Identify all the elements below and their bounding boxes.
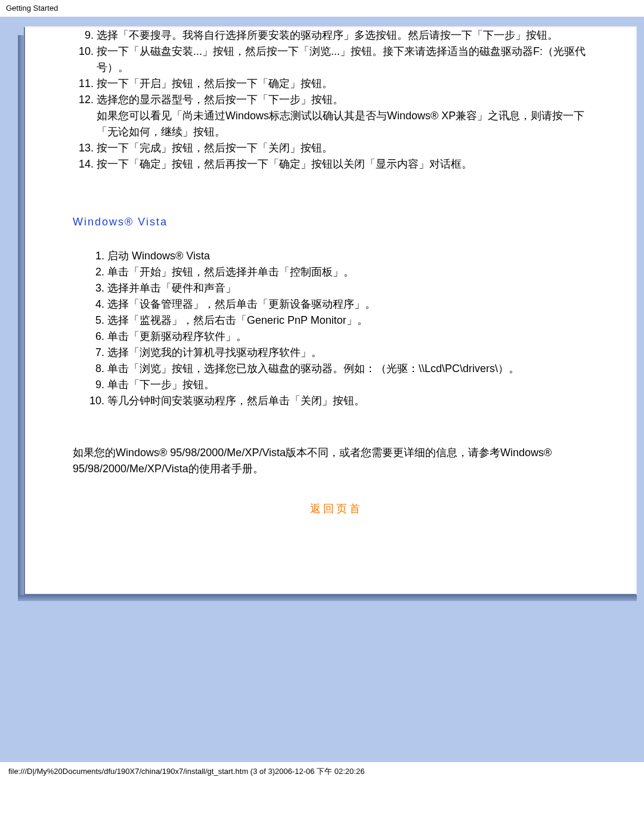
reference-note: 如果您的Windows® 95/98/2000/Me/XP/Vista版本不同，… — [73, 445, 600, 477]
list-item: 按一下「开启」按钮，然后按一下「确定」按钮。 — [97, 76, 600, 92]
step-text: 选择「不要搜寻。我将自行选择所要安装的驱动程序」多选按钮。然后请按一下「下一步」… — [97, 29, 558, 41]
page-background: 选择「不要搜寻。我将自行选择所要安装的驱动程序」多选按钮。然后请按一下「下一步」… — [0, 17, 644, 762]
list-item: 选择「不要搜寻。我将自行选择所要安装的驱动程序」多选按钮。然后请按一下「下一步」… — [97, 27, 600, 44]
step-text: 选择「监视器」，然后右击「Generic PnP Monitor」。 — [107, 314, 368, 326]
step-text: 如果您可以看见「尚未通过Windows标志测试以确认其是否与Windows® X… — [97, 110, 584, 138]
step-text: 等几分钟时间安装驱动程序，然后单击「关闭」按钮。 — [107, 395, 365, 407]
vista-steps-list: 启动 Windows® Vista 单击「开始」按钮，然后选择并单击「控制面板」… — [73, 248, 600, 409]
step-text: 单击「浏览」按钮，选择您已放入磁盘的驱动器。例如：（光驱：\\Lcd\PC\dr… — [107, 363, 519, 374]
list-item: 单击「下一步」按钮。 — [107, 377, 600, 393]
file-path-footer: file:///D|/My%20Documents/dfu/190X7/chin… — [0, 762, 644, 781]
step-text: 选择并单击「硬件和声音」 — [107, 282, 236, 294]
list-item: 单击「开始」按钮，然后选择并单击「控制面板」。 — [107, 264, 600, 280]
list-item: 单击「浏览」按钮，选择您已放入磁盘的驱动器。例如：（光驱：\\Lcd\PC\dr… — [107, 361, 600, 377]
step-text: 按一下「开启」按钮，然后按一下「确定」按钮。 — [97, 78, 333, 89]
page-title: Getting Started — [6, 4, 58, 13]
step-text: 单击「下一步」按钮。 — [107, 379, 215, 391]
list-item: 选择「浏览我的计算机寻找驱动程序软件」。 — [107, 345, 600, 361]
step-text: 按一下「确定」按钮，然后再按一下「确定」按钮以关闭「显示内容」对话框。 — [97, 158, 472, 170]
list-item: 选择并单击「硬件和声音」 — [107, 280, 600, 296]
list-item: 启动 Windows® Vista — [107, 248, 600, 264]
step-text: 选择「设备管理器」，然后单击「更新设备驱动程序」。 — [107, 298, 376, 310]
step-text: 单击「开始」按钮，然后选择并单击「控制面板」。 — [107, 266, 354, 278]
step-text: 选择「浏览我的计算机寻找驱动程序软件」。 — [107, 346, 322, 358]
step-text: 按一下「从磁盘安装...」按钮，然后按一下「浏览...」按钮。接下来请选择适当的… — [97, 45, 586, 73]
list-item: 选择「设备管理器」，然后单击「更新设备驱动程序」。 — [107, 296, 600, 312]
list-item: 按一下「确定」按钮，然后再按一下「确定」按钮以关闭「显示内容」对话框。 — [97, 156, 600, 172]
list-item: 按一下「从磁盘安装...」按钮，然后按一下「浏览...」按钮。接下来请选择适当的… — [97, 44, 600, 76]
content-card: 选择「不要搜寻。我将自行选择所要安装的驱动程序」多选按钮。然后请按一下「下一步」… — [24, 26, 637, 595]
step-text: 启动 Windows® Vista — [107, 250, 210, 262]
step-text: 单击「更新驱动程序软件」。 — [107, 330, 247, 342]
list-item: 选择您的显示器型号，然后按一下「下一步」按钮。 如果您可以看见「尚未通过Wind… — [97, 92, 600, 140]
list-item: 选择「监视器」，然后右击「Generic PnP Monitor」。 — [107, 312, 600, 329]
xp-steps-list: 选择「不要搜寻。我将自行选择所要安装的驱动程序」多选按钮。然后请按一下「下一步」… — [73, 27, 600, 172]
page-header: Getting Started — [0, 0, 644, 17]
step-text: 选择您的显示器型号，然后按一下「下一步」按钮。 — [97, 94, 343, 106]
list-item: 按一下「完成」按钮，然后按一下「关闭」按钮。 — [97, 140, 600, 156]
vista-heading: Windows® Vista — [73, 214, 600, 230]
list-item: 等几分钟时间安装驱动程序，然后单击「关闭」按钮。 — [107, 393, 600, 409]
list-item: 单击「更新驱动程序软件」。 — [107, 329, 600, 345]
back-to-top-link[interactable]: 返回页首 — [73, 501, 600, 517]
step-text: 按一下「完成」按钮，然后按一下「关闭」按钮。 — [97, 142, 333, 154]
